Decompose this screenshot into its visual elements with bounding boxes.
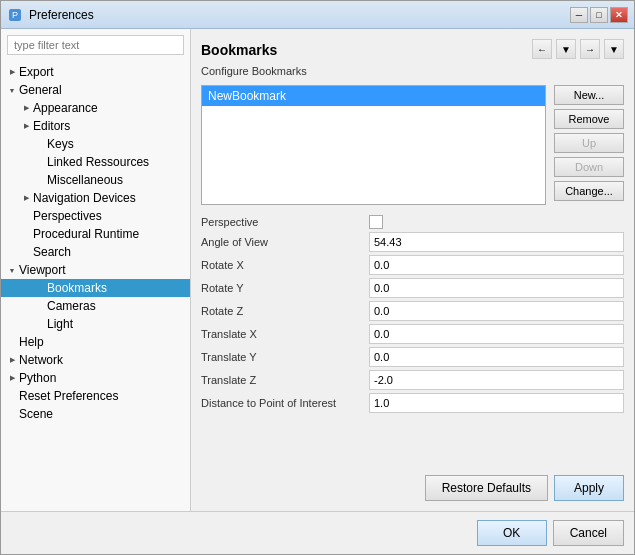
tree-item-procedural-runtime[interactable]: Procedural Runtime: [1, 225, 190, 243]
remove-button[interactable]: Remove: [554, 109, 624, 129]
content-area: ▶Export▼General▶Appearance▶EditorsKeysLi…: [1, 29, 634, 511]
tree-label: Light: [47, 317, 186, 331]
tree-item-light[interactable]: Light: [1, 315, 190, 333]
ok-button[interactable]: OK: [477, 520, 547, 546]
svg-text:P: P: [12, 10, 18, 20]
expand-icon: ▶: [5, 65, 19, 79]
tree-item-editors[interactable]: ▶Editors: [1, 117, 190, 135]
expand-icon: ▶: [19, 101, 33, 115]
tree-item-reset-preferences[interactable]: Reset Preferences: [1, 387, 190, 405]
tree-item-appearance[interactable]: ▶Appearance: [1, 99, 190, 117]
prop-label-rotate-x: Rotate X: [201, 259, 361, 271]
prop-checkbox-perspective[interactable]: [369, 215, 383, 229]
down-button[interactable]: Down: [554, 157, 624, 177]
bottom-bar: OK Cancel: [1, 511, 634, 554]
expand-spacer: [33, 173, 47, 187]
tree-label: Reset Preferences: [19, 389, 186, 403]
prop-value-distance-to-poi[interactable]: 1.0: [369, 393, 624, 413]
bookmark-list[interactable]: NewBookmark: [201, 85, 546, 205]
tree-item-linked-resources[interactable]: Linked Ressources: [1, 153, 190, 171]
prop-label-perspective: Perspective: [201, 216, 361, 228]
expand-icon: ▼: [5, 263, 19, 277]
tree-item-general[interactable]: ▼General: [1, 81, 190, 99]
action-buttons: Restore Defaults Apply: [201, 475, 624, 501]
app-icon: P: [7, 7, 23, 23]
new-button[interactable]: New...: [554, 85, 624, 105]
maximize-button[interactable]: □: [590, 7, 608, 23]
bookmark-buttons: New... Remove Up Down Change...: [554, 85, 624, 205]
apply-button[interactable]: Apply: [554, 475, 624, 501]
prop-label-rotate-y: Rotate Y: [201, 282, 361, 294]
bookmark-item-new-bookmark[interactable]: NewBookmark: [202, 86, 545, 106]
toolbar-down-button[interactable]: ▼: [604, 39, 624, 59]
tree-item-viewport[interactable]: ▼Viewport: [1, 261, 190, 279]
expand-icon: ▶: [5, 353, 19, 367]
preferences-window: P Preferences ─ □ ✕ ▶Export▼General▶Appe…: [0, 0, 635, 555]
restore-defaults-button[interactable]: Restore Defaults: [425, 475, 548, 501]
change-button[interactable]: Change...: [554, 181, 624, 201]
expand-icon: ▶: [19, 191, 33, 205]
section-title: Bookmarks: [201, 42, 277, 58]
tree-item-navigation-devices[interactable]: ▶Navigation Devices: [1, 189, 190, 207]
toolbar-dropdown-button[interactable]: ▼: [556, 39, 576, 59]
expand-spacer: [19, 209, 33, 223]
tree-label: Perspectives: [33, 209, 186, 223]
expand-icon: ▶: [19, 119, 33, 133]
minimize-button[interactable]: ─: [570, 7, 588, 23]
tree-item-miscellaneous[interactable]: Miscellaneous: [1, 171, 190, 189]
tree-label: Export: [19, 65, 186, 79]
tree-item-perspectives[interactable]: Perspectives: [1, 207, 190, 225]
tree-item-help[interactable]: Help: [1, 333, 190, 351]
prop-value-angle-of-view[interactable]: 54.43: [369, 232, 624, 252]
tree-label: Keys: [47, 137, 186, 151]
tree-item-python[interactable]: ▶Python: [1, 369, 190, 387]
prop-value-translate-x[interactable]: 0.0: [369, 324, 624, 344]
prop-label-translate-x: Translate X: [201, 328, 361, 340]
tree-label: Python: [19, 371, 186, 385]
prop-value-translate-z[interactable]: -2.0: [369, 370, 624, 390]
tree-label: Editors: [33, 119, 186, 133]
right-panel: Bookmarks ← ▼ → ▼ Configure Bookmarks Ne…: [191, 29, 634, 511]
prop-label-translate-z: Translate Z: [201, 374, 361, 386]
prop-value-rotate-z[interactable]: 0.0: [369, 301, 624, 321]
tree-item-network[interactable]: ▶Network: [1, 351, 190, 369]
tree-label: Search: [33, 245, 186, 259]
close-button[interactable]: ✕: [610, 7, 628, 23]
window-title: Preferences: [29, 8, 94, 22]
expand-spacer: [33, 317, 47, 331]
expand-spacer: [5, 407, 19, 421]
expand-spacer: [19, 245, 33, 259]
tree-item-export[interactable]: ▶Export: [1, 63, 190, 81]
toolbar-forward-button[interactable]: →: [580, 39, 600, 59]
prop-label-angle-of-view: Angle of View: [201, 236, 361, 248]
prop-value-rotate-x[interactable]: 0.0: [369, 255, 624, 275]
cancel-button[interactable]: Cancel: [553, 520, 624, 546]
prop-value-rotate-y[interactable]: 0.0: [369, 278, 624, 298]
configure-label: Configure Bookmarks: [201, 65, 624, 77]
up-button[interactable]: Up: [554, 133, 624, 153]
tree-label: Cameras: [47, 299, 186, 313]
tree-label: Procedural Runtime: [33, 227, 186, 241]
expand-icon: ▶: [5, 371, 19, 385]
toolbar-back-button[interactable]: ←: [532, 39, 552, 59]
prop-value-perspective[interactable]: [369, 215, 624, 229]
tree-label: Network: [19, 353, 186, 367]
prop-value-translate-y[interactable]: 0.0: [369, 347, 624, 367]
properties-grid: PerspectiveAngle of View54.43Rotate X0.0…: [201, 215, 624, 413]
window-controls: ─ □ ✕: [570, 7, 628, 23]
tree-label: Appearance: [33, 101, 186, 115]
expand-spacer: [33, 299, 47, 313]
tree-item-search[interactable]: Search: [1, 243, 190, 261]
expand-spacer: [5, 389, 19, 403]
tree-item-keys[interactable]: Keys: [1, 135, 190, 153]
tree-label: Help: [19, 335, 186, 349]
tree-item-bookmarks[interactable]: Bookmarks: [1, 279, 190, 297]
expand-icon: ▼: [5, 83, 19, 97]
tree-label: Scene: [19, 407, 186, 421]
tree-item-cameras[interactable]: Cameras: [1, 297, 190, 315]
tree-item-scene[interactable]: Scene: [1, 405, 190, 423]
section-header-row: Bookmarks ← ▼ → ▼: [201, 39, 624, 65]
prop-label-rotate-z: Rotate Z: [201, 305, 361, 317]
filter-input[interactable]: [7, 35, 184, 55]
prop-label-translate-y: Translate Y: [201, 351, 361, 363]
